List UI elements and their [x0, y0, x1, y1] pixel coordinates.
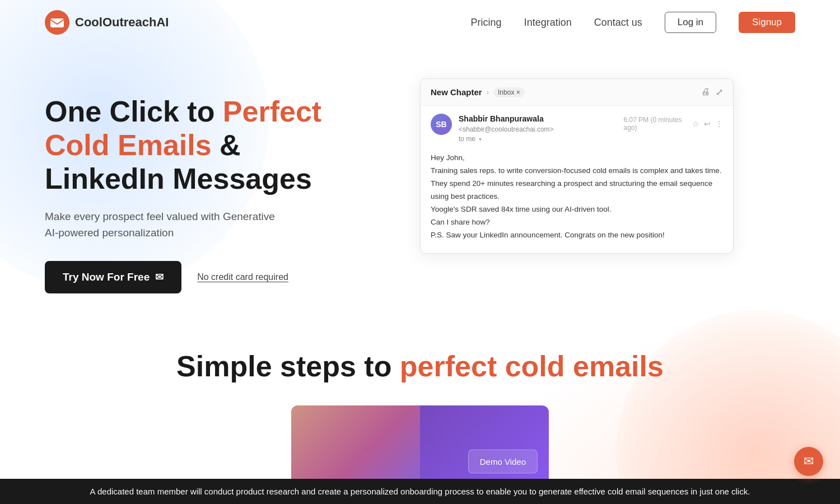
- arrow-icon: ›: [487, 88, 489, 96]
- more-icon[interactable]: ⋮: [715, 119, 723, 128]
- avatar: SB: [431, 114, 452, 135]
- sender-email: <shabbir@cooloutreachai.com>: [459, 125, 554, 133]
- email-card-header: New Chapter › Inbox × 🖨 ⤢: [421, 79, 733, 106]
- reply-icon[interactable]: ↩: [704, 119, 711, 128]
- nav-contact[interactable]: Contact us: [594, 17, 642, 29]
- sender-actions: ☆ ↩ ⋮: [692, 119, 723, 128]
- no-credit-label: No credit card required: [197, 272, 288, 282]
- banner-text: A dedicated team member will conduct pro…: [90, 487, 750, 496]
- email-time: 6:07 PM (0 minutes ago): [623, 116, 687, 132]
- sender-name: Shabbir Bhanpurawala: [459, 114, 544, 123]
- demo-video-label[interactable]: Demo Video: [468, 450, 538, 474]
- hero-section: One Click to Perfect Cold Emails & Linke…: [0, 45, 840, 316]
- logo[interactable]: CoolOutreachAI: [45, 10, 169, 35]
- logo-icon: [45, 10, 69, 35]
- email-header-left: New Chapter › Inbox ×: [431, 87, 525, 97]
- brand-name: CoolOutreachAI: [75, 15, 169, 30]
- email-line-6: P.S. Saw your LinkedIn announcement. Con…: [431, 229, 723, 242]
- nav-links: Pricing Integration Contact us Log in Si…: [471, 12, 795, 33]
- bottom-banner: A dedicated team member will conduct pro…: [0, 479, 840, 504]
- email-preview-card: New Chapter › Inbox × 🖨 ⤢ SB Shabbir Bha…: [420, 78, 734, 254]
- chat-icon: ✉: [804, 454, 814, 469]
- email-sender-row: SB Shabbir Bhanpurawala <shabbir@coolout…: [421, 106, 733, 148]
- chat-bubble[interactable]: ✉: [794, 447, 823, 476]
- email-header-icons: 🖨 ⤢: [701, 87, 723, 97]
- email-line-5: Can I share how?: [431, 216, 723, 229]
- hero-right: New Chapter › Inbox × 🖨 ⤢ SB Shabbir Bha…: [358, 78, 795, 254]
- hero-title: One Click to Perfect Cold Emails & Linke…: [45, 95, 336, 195]
- email-line-1: Hey John,: [431, 152, 723, 165]
- nav-integration[interactable]: Integration: [524, 17, 572, 29]
- signup-button[interactable]: Signup: [739, 12, 795, 33]
- inbox-tag[interactable]: Inbox ×: [493, 87, 525, 97]
- sender-meta: to me ▾: [459, 135, 723, 143]
- hero-left: One Click to Perfect Cold Emails & Linke…: [45, 78, 336, 293]
- external-link-icon[interactable]: ⤢: [716, 87, 723, 97]
- dropdown-icon: ▾: [479, 136, 482, 142]
- section2: Simple steps to perfect cold emails Demo…: [0, 316, 840, 504]
- navbar: CoolOutreachAI Pricing Integration Conta…: [0, 0, 840, 45]
- hero-cta-row: Try Now For Free ✉ No credit card requir…: [45, 261, 336, 293]
- to-me: to me: [459, 135, 475, 143]
- email-line-4: Yoogle's SDR saved 84x time using our AI…: [431, 203, 723, 216]
- svg-rect-1: [50, 18, 64, 27]
- print-icon[interactable]: 🖨: [701, 87, 710, 97]
- hero-subtitle: Make every prospect feel valued with Gen…: [45, 209, 280, 241]
- email-subject: New Chapter: [431, 87, 482, 97]
- email-body: Hey John, Training sales reps. to write …: [421, 148, 733, 253]
- email-icon: ✉: [155, 271, 164, 283]
- try-now-button[interactable]: Try Now For Free ✉: [45, 261, 181, 293]
- email-line-3: They spend 20+ minutes researching a pro…: [431, 178, 723, 203]
- section2-title: Simple steps to perfect cold emails: [45, 349, 795, 383]
- email-line-2: Training sales reps. to write conversion…: [431, 165, 723, 178]
- star-icon[interactable]: ☆: [692, 119, 699, 128]
- nav-pricing[interactable]: Pricing: [471, 17, 502, 29]
- sender-info: Shabbir Bhanpurawala <shabbir@cooloutrea…: [459, 114, 723, 143]
- login-button[interactable]: Log in: [665, 12, 716, 33]
